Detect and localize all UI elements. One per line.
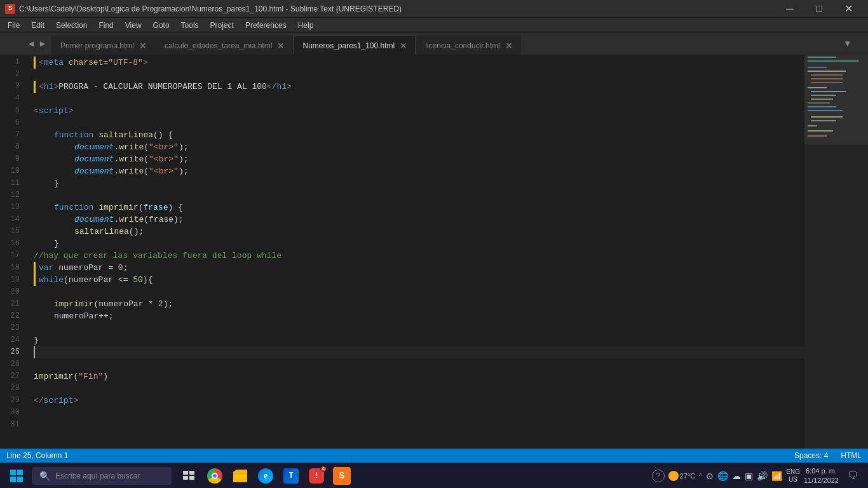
code-area[interactable]: <meta charset="UTF-8"> <h1>PROGRA - CALC… [29, 55, 804, 449]
taskbar-sublime[interactable]: S [330, 464, 353, 487]
code-line-19: while(numeroPar <= 50){ [34, 274, 804, 286]
code-line-26 [34, 358, 804, 370]
line-num-28: 28 [0, 383, 25, 395]
code-line-7: function saltarLinea() { [34, 129, 804, 141]
taskbar-files[interactable] [229, 464, 252, 487]
svg-rect-27 [183, 476, 188, 480]
tab-next-button[interactable]: ▶ [37, 37, 48, 51]
volume-icon[interactable]: 🔊 [757, 471, 768, 481]
line-num-20: 20 [0, 286, 25, 298]
tab-overflow-button[interactable]: ▼ [840, 32, 855, 55]
record-icon[interactable]: ⊙ [706, 471, 714, 481]
code-line-5: <script> [34, 105, 804, 117]
line-num-4: 4 [0, 93, 25, 105]
wifi-icon[interactable]: 📶 [771, 471, 782, 481]
code-line-13: function imprimir(frase) { [34, 201, 804, 214]
search-icon: 🔍 [39, 471, 50, 481]
temperature: 27°C [680, 472, 696, 480]
line-num-1: 1 [0, 57, 25, 69]
code-line-16: } [34, 238, 804, 250]
line-num-16: 16 [0, 238, 25, 250]
notifications-button[interactable]: 🗨 [843, 464, 863, 487]
cursor-position: Line 25, Column 1 [6, 451, 68, 460]
code-line-6 [34, 117, 804, 129]
network-icon[interactable]: 🌐 [717, 471, 728, 481]
tab-close-icon[interactable]: ✕ [139, 41, 147, 50]
line-num-7: 7 [0, 129, 25, 141]
tab-close-icon[interactable]: ✕ [400, 41, 407, 50]
svg-rect-24 [17, 477, 23, 482]
menu-preferences[interactable]: Preferences [240, 20, 292, 31]
tab-prev-button[interactable]: ◀ [25, 37, 37, 51]
line-num-25: 25 [0, 346, 25, 358]
maximize-button[interactable]: □ [804, 0, 834, 18]
svg-rect-26 [189, 471, 194, 475]
code-line-24: } [34, 334, 804, 346]
menu-file[interactable]: File [3, 20, 25, 31]
line-num-12: 12 [0, 189, 25, 201]
menu-project[interactable]: Project [205, 20, 239, 31]
code-line-21: imprimir(numeroPar * 2); [34, 298, 804, 310]
code-line-2 [34, 69, 804, 81]
line-num-5: 5 [0, 105, 25, 117]
cloud-icon[interactable]: ☁ [732, 471, 741, 481]
clock-time: 6:04 p. m. [804, 466, 839, 475]
line-num-10: 10 [0, 165, 25, 177]
code-line-20 [34, 286, 804, 298]
tab-close-icon[interactable]: ✕ [277, 41, 285, 50]
start-button[interactable] [3, 463, 31, 489]
menu-view[interactable]: View [120, 20, 147, 31]
taskbar-chrome[interactable] [203, 464, 226, 487]
code-line-1: <meta charset="UTF-8"> [34, 57, 804, 69]
taskbar-edge[interactable]: e [254, 464, 277, 487]
tab-nav-left: ◀ ▶ [25, 32, 51, 55]
code-line-31 [34, 419, 804, 431]
code-line-28 [34, 383, 804, 395]
tray-expand[interactable]: ^ [699, 472, 702, 480]
code-line-12 [34, 189, 804, 201]
code-line-4 [34, 93, 804, 105]
status-bar: Line 25, Column 1 Spaces: 4 HTML [0, 449, 868, 463]
status-bar-right: Spaces: 4 HTML [794, 451, 862, 460]
search-placeholder: Escribe aquí para buscar [55, 471, 140, 480]
taskbar-pinned-apps: e T ! 4 S [178, 464, 353, 487]
clock[interactable]: 6:04 p. m. 11/12/2022 [804, 466, 839, 485]
line-num-13: 13 [0, 201, 25, 214]
menu-goto[interactable]: Goto [148, 20, 175, 31]
search-bar[interactable]: 🔍 Escribe aquí para buscar [32, 467, 172, 485]
line-num-21: 21 [0, 298, 25, 310]
menu-find[interactable]: Find [93, 20, 118, 31]
temp-icon[interactable]: 27°C [668, 471, 696, 481]
close-button[interactable]: ✕ [834, 0, 863, 18]
line-num-30: 30 [0, 407, 25, 419]
app-icon: S [5, 4, 15, 14]
tab-numeros-pares[interactable]: Numeros_pares1_100.html ✕ [293, 36, 416, 55]
language-indicator[interactable]: HTML [841, 451, 862, 460]
line-num-2: 2 [0, 69, 25, 81]
language-tray[interactable]: ENGUS [786, 468, 800, 484]
tab-label: licencia_conducir.html [425, 41, 499, 50]
tab-close-icon[interactable]: ✕ [505, 41, 513, 50]
menu-help[interactable]: Help [293, 20, 319, 31]
tab-calculo-edades[interactable]: calculo_edades_tarea_mia.html ✕ [155, 36, 293, 55]
line-num-27: 27 [0, 370, 25, 383]
tab-licencia-conducir[interactable]: licencia_conducir.html ✕ [416, 36, 520, 55]
minimize-button[interactable]: ─ [775, 0, 804, 18]
taskbar-notification-app[interactable]: ! 4 [305, 464, 328, 487]
svg-rect-21 [10, 470, 16, 475]
taskbar-task-view[interactable] [178, 464, 201, 487]
code-line-14: document.write(frase); [34, 214, 804, 226]
tab-label: Numeros_pares1_100.html [302, 41, 395, 50]
menu-selection[interactable]: Selection [51, 20, 92, 31]
menu-edit[interactable]: Edit [26, 20, 50, 31]
tab-primer-programa[interactable]: Primer programa.html ✕ [51, 36, 155, 55]
svg-rect-20 [804, 55, 868, 144]
menu-tools[interactable]: Tools [176, 20, 204, 31]
code-line-23 [34, 322, 804, 334]
help-tray-icon[interactable]: ? [652, 470, 665, 482]
display-icon[interactable]: ▣ [745, 471, 753, 481]
editor-container: 1 2 3 4 5 6 7 8 9 10 11 12 13 14 15 16 1… [0, 55, 868, 449]
spaces-indicator[interactable]: Spaces: 4 [794, 451, 828, 460]
code-line-27: imprimir("Fin") [34, 370, 804, 383]
taskbar-teams[interactable]: T [280, 464, 302, 487]
